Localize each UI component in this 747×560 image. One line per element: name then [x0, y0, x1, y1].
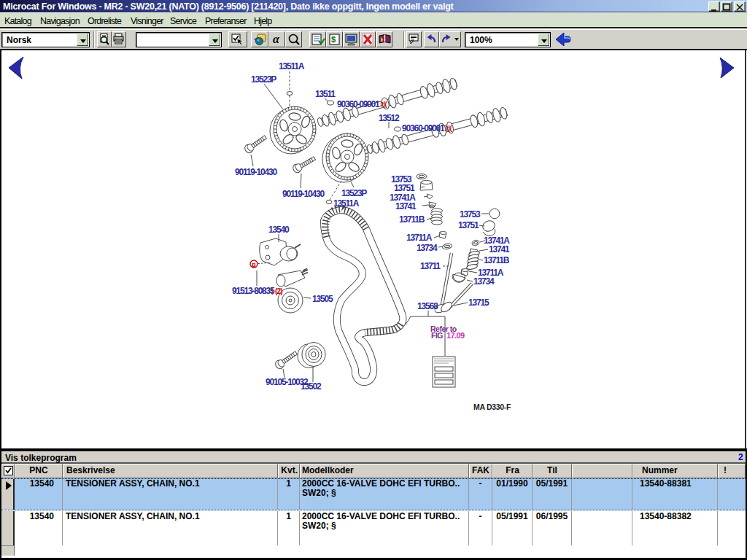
svg-text:FIG: FIG: [431, 331, 443, 340]
svg-text:91513-80835: 91513-80835: [232, 286, 275, 296]
svg-text:13711A: 13711A: [406, 233, 433, 243]
svg-text:13711B: 13711B: [484, 255, 510, 265]
svg-text:17.09: 17.09: [446, 331, 465, 340]
svg-text:90119-10430: 90119-10430: [282, 189, 325, 199]
svg-text:2|(: 2|(: [380, 101, 387, 108]
svg-text:13711B: 13711B: [399, 214, 425, 225]
svg-text:13741: 13741: [395, 201, 417, 211]
svg-text:13568: 13568: [417, 301, 438, 311]
svg-text:13711: 13711: [420, 261, 441, 271]
svg-text:13511: 13511: [315, 89, 336, 99]
svg-text:90360-09001: 90360-09001: [337, 99, 380, 109]
svg-text:13511A: 13511A: [279, 61, 305, 71]
svg-text:13512: 13512: [379, 113, 400, 123]
svg-text:13715: 13715: [468, 298, 489, 308]
svg-text:2|(: 2|(: [445, 125, 452, 132]
svg-text:MA D330-F: MA D330-F: [473, 402, 511, 411]
svg-text:13523P: 13523P: [341, 188, 367, 198]
svg-text:13523P: 13523P: [251, 74, 276, 85]
svg-text:13502: 13502: [301, 381, 322, 392]
svg-text:$: $: [331, 35, 336, 44]
svg-text:13734: 13734: [473, 276, 495, 287]
svg-text:90360-09001: 90360-09001: [402, 123, 445, 133]
svg-text:13505: 13505: [312, 294, 333, 304]
svg-text:13753: 13753: [460, 209, 481, 219]
svg-text:13751: 13751: [394, 183, 415, 193]
svg-text:13751: 13751: [458, 220, 479, 230]
svg-text:α: α: [273, 33, 280, 45]
svg-text:13734: 13734: [417, 243, 438, 253]
svg-text:13540: 13540: [268, 225, 290, 235]
svg-text:90119-10430: 90119-10430: [235, 167, 277, 177]
svg-text:13741: 13741: [489, 244, 510, 254]
svg-text:(2): (2): [275, 287, 282, 295]
svg-text:13511A: 13511A: [333, 198, 360, 209]
